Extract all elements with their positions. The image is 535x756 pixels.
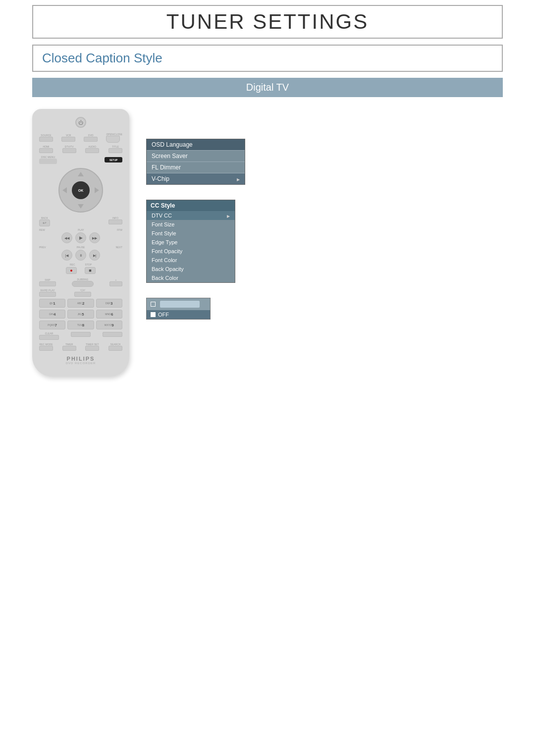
num8-button[interactable]: TUV 8 <box>67 321 94 329</box>
menu1: OSD Language Screen Saver FL Dimmer V-Ch… <box>146 139 245 185</box>
menu1-item-osd[interactable]: OSD Language <box>147 139 245 150</box>
rew-label: REW <box>39 228 45 231</box>
next-button[interactable] <box>89 250 100 261</box>
section-header: Closed Caption Style <box>32 45 503 72</box>
setup-button[interactable]: SETUP <box>105 157 122 162</box>
back-button[interactable] <box>39 219 50 226</box>
page-title: TUNER SETTINGS <box>166 10 369 33</box>
source-label: SOURCE <box>39 134 53 137</box>
disc-setup-row: DISC MENU SETUP <box>39 156 122 164</box>
menu2-dtv-arrow <box>227 213 230 218</box>
rapid-play-button[interactable] <box>39 292 56 297</box>
num0-button[interactable] <box>71 332 91 337</box>
menu3-off-label: OFF <box>158 312 169 318</box>
menu2-title: CC Style <box>147 200 235 211</box>
num4-button[interactable]: GHI 4 <box>39 310 65 319</box>
remote-brand-area: PHILIPS DVD RECORDER <box>39 356 122 365</box>
timer-button[interactable] <box>62 346 76 351</box>
menu2-item-font-style[interactable]: Font Style <box>147 229 235 238</box>
rec-label: REC <box>70 263 75 266</box>
title-button[interactable] <box>108 148 122 153</box>
vcr-button[interactable] <box>61 137 75 142</box>
menu3-item-empty[interactable] <box>147 298 210 310</box>
timer-set-label: TIMER SET <box>85 343 99 346</box>
subsection-bar: Digital TV <box>32 78 503 97</box>
source-button[interactable] <box>39 137 53 142</box>
stop-button[interactable] <box>85 267 96 274</box>
menu1-vchip-arrow <box>237 176 240 182</box>
rec-button[interactable] <box>66 267 77 274</box>
stop-label: STOP <box>85 263 92 266</box>
menu3-item-off[interactable]: ✓ OFF <box>147 310 210 319</box>
menu2-item-dtv-cc[interactable]: DTV CC <box>147 211 235 220</box>
menu1-item-fl-dimmer[interactable]: FL Dimmer <box>147 162 245 173</box>
subsection-title: Digital TV <box>246 82 289 93</box>
num2-button[interactable]: ABC 2 <box>67 299 94 308</box>
play-button[interactable] <box>75 232 86 243</box>
ffw-button[interactable] <box>89 232 100 243</box>
menu2-item-edge-type[interactable]: Edge Type <box>147 238 235 247</box>
rec-mode-button[interactable] <box>39 346 53 351</box>
play-label: PLAY <box>78 228 84 231</box>
hdmi-button[interactable] <box>39 148 53 153</box>
next-label: NEXT <box>116 246 122 249</box>
numpad: @/ 1 ABC 2 DEF 3 GHI 4 JKL 5 MNO 6 <box>39 299 122 329</box>
num3-button[interactable]: DEF 3 <box>96 299 122 308</box>
remote-control: ⏻ SOURCE VCR DVD <box>32 109 129 377</box>
num5-button[interactable]: JKL 5 <box>67 310 94 319</box>
dpad[interactable]: OK <box>58 168 103 213</box>
btn-row-2: HDMI DTV/TV AUDIO TITLE <box>39 145 122 153</box>
prev-label: PREV <box>39 246 46 249</box>
dpad-up-arrow <box>78 172 84 176</box>
menu3: ✓ OFF <box>146 298 211 320</box>
dubbing-button[interactable] <box>72 281 94 287</box>
disc-menu-label: DISC MENU <box>39 156 57 159</box>
menu2-item-back-color[interactable]: Back Color <box>147 273 235 282</box>
remote-power-area: ⏻ <box>39 117 122 128</box>
menu2-item-back-opacity[interactable]: Back Opacity <box>147 265 235 273</box>
ok-button[interactable]: OK <box>72 181 90 199</box>
dash-button[interactable] <box>103 332 122 337</box>
pch-button[interactable] <box>74 292 91 297</box>
rapid-play-label: RAPID PLAY <box>39 289 56 292</box>
search-button[interactable] <box>108 346 122 351</box>
num1-button[interactable]: @/ 1 <box>39 299 65 308</box>
num6-button[interactable]: MNO 6 <box>96 310 122 319</box>
pause-button[interactable] <box>75 250 86 261</box>
num9-button[interactable]: WXYZ 9 <box>96 321 122 329</box>
clear-button[interactable] <box>39 335 59 340</box>
menu2-item-font-size[interactable]: Font Size <box>147 220 235 229</box>
open-close-button[interactable] <box>106 136 120 143</box>
power-button[interactable]: ⏻ <box>75 117 86 128</box>
timer-set-button[interactable] <box>85 346 99 351</box>
menu1-item-vchip[interactable]: V-Chip <box>147 173 245 184</box>
num7-button[interactable]: PQRS 7 <box>39 321 65 329</box>
ffw-label: FFW <box>117 228 122 231</box>
model-name: DVD RECORDER <box>39 362 122 365</box>
menu2-item-font-color[interactable]: Font Color <box>147 256 235 265</box>
info-button[interactable] <box>108 219 122 224</box>
menu3-input-bar <box>160 301 200 308</box>
open-close-label: OPEN/CLOSE <box>106 133 122 136</box>
dpad-left-arrow <box>62 187 67 193</box>
main-content: ⏻ SOURCE VCR DVD <box>32 109 503 377</box>
menu1-item-screen-saver[interactable]: Screen Saver <box>147 151 245 162</box>
search-label: SEARCH <box>108 343 122 346</box>
section-title: Closed Caption Style <box>42 51 162 65</box>
clear-0-dash-row: CLEAR <box>39 332 122 340</box>
disc-menu-button[interactable] <box>39 159 57 164</box>
pause-label: PAUSE <box>77 246 85 249</box>
rew-button[interactable] <box>61 232 72 243</box>
play-row-1 <box>39 232 122 243</box>
dtv-tv-button[interactable] <box>62 148 76 153</box>
dvd-button[interactable] <box>84 137 98 142</box>
plus-button[interactable] <box>109 281 122 286</box>
dpad-wrapper: OK <box>39 168 122 213</box>
skip-button[interactable] <box>39 281 56 286</box>
dpad-ring: OK <box>58 168 103 213</box>
audio-button[interactable] <box>85 148 99 153</box>
prev-button[interactable] <box>61 250 72 261</box>
remote-wrapper: ⏻ SOURCE VCR DVD <box>32 109 131 377</box>
dpad-down-arrow <box>78 204 84 209</box>
menu2-item-font-opacity[interactable]: Font Opacity <box>147 247 235 256</box>
